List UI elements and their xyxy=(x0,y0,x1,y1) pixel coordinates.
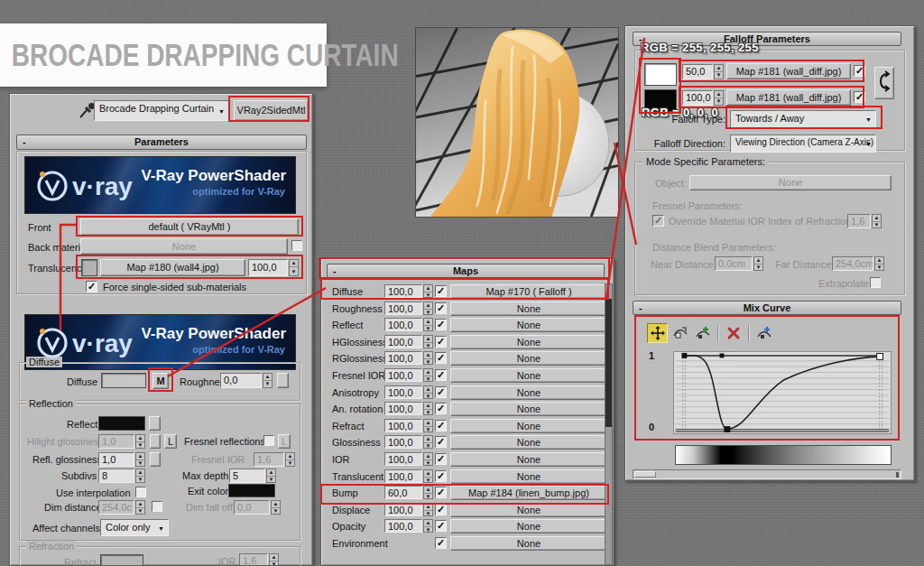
maps-amount-field[interactable]: 60,0 xyxy=(384,486,422,499)
refract-color-swatch[interactable] xyxy=(100,554,143,566)
maps-map-button[interactable]: None xyxy=(450,385,607,400)
curve-point-handle[interactable] xyxy=(720,353,725,357)
affect-channels-dropdown[interactable]: Color only xyxy=(100,519,169,536)
falloff-side-amount-spinner[interactable] xyxy=(714,90,724,106)
extrapolate-checkbox[interactable] xyxy=(870,277,881,288)
maps-amount-field[interactable]: 100,0 xyxy=(384,284,422,298)
maps-map-button[interactable]: Map #184 (linen_bump.jpg) xyxy=(450,486,607,500)
maps-amount-spinner[interactable] xyxy=(423,351,433,365)
maps-amount-field[interactable]: 100,0 xyxy=(384,519,422,533)
roughness-field[interactable]: 0,0 xyxy=(220,373,262,388)
maps-enable-checkbox[interactable] xyxy=(435,336,447,348)
maps-amount-field[interactable]: 100,0 xyxy=(384,351,422,365)
maps-enable-checkbox[interactable] xyxy=(435,453,447,465)
maps-map-button[interactable]: None xyxy=(450,368,607,383)
maps-enable-checkbox[interactable] xyxy=(435,386,447,398)
falloff-front-color-swatch[interactable] xyxy=(644,63,677,86)
maps-enable-checkbox[interactable] xyxy=(435,302,447,314)
maps-map-button[interactable]: Map #170 ( Falloff ) xyxy=(450,284,607,299)
maps-map-button[interactable]: None xyxy=(450,351,607,366)
maps-amount-spinner[interactable] xyxy=(423,302,433,315)
maps-amount-field[interactable]: 100,0 xyxy=(384,368,422,382)
maps-enable-checkbox[interactable] xyxy=(435,470,447,482)
dim-distance-spinner[interactable] xyxy=(135,500,145,515)
falloff-front-map-checkbox[interactable] xyxy=(854,65,865,77)
max-depth-spinner[interactable] xyxy=(266,469,276,483)
maps-map-button[interactable]: None xyxy=(450,536,607,551)
maps-map-button[interactable]: None xyxy=(450,503,607,517)
falloff-direction-dropdown[interactable]: Viewing Direction (Camera Z-Axis) xyxy=(730,135,876,153)
reflect-color-swatch[interactable] xyxy=(98,416,145,431)
maps-amount-spinner[interactable] xyxy=(423,519,433,533)
maps-amount-spinner[interactable] xyxy=(423,486,433,499)
maps-scrollbar-thumb[interactable] xyxy=(605,299,612,427)
maps-amount-spinner[interactable] xyxy=(423,368,433,382)
maps-amount-spinner[interactable] xyxy=(423,452,433,466)
falloff-front-amount-field[interactable]: 50,0 xyxy=(682,64,713,79)
fresnel-ior-field[interactable]: 1,6 xyxy=(254,452,284,467)
curve-point-start[interactable] xyxy=(681,353,687,358)
maps-amount-spinner[interactable] xyxy=(423,284,433,298)
far-distance-spinner[interactable] xyxy=(874,256,884,271)
hscrollbar-thumb[interactable] xyxy=(634,471,656,478)
maps-enable-checkbox[interactable] xyxy=(435,537,447,549)
translucency-amount-spinner[interactable] xyxy=(289,259,299,276)
maps-amount-field[interactable]: 100,0 xyxy=(384,402,422,415)
force-single-sided-checkbox[interactable] xyxy=(86,281,97,292)
maps-amount-spinner[interactable] xyxy=(423,435,433,449)
move-point-button[interactable] xyxy=(647,323,668,343)
maps-enable-checkbox[interactable] xyxy=(435,369,447,381)
maps-amount-spinner[interactable] xyxy=(423,503,433,516)
maps-map-button[interactable]: None xyxy=(450,469,607,484)
refl-glossiness-spinner[interactable] xyxy=(135,452,145,467)
fresnel-reflections-checkbox[interactable] xyxy=(263,435,274,446)
maps-map-button[interactable]: None xyxy=(450,402,607,416)
use-interpolation-checkbox[interactable] xyxy=(135,487,146,497)
index-of-refraction-spinner[interactable] xyxy=(872,214,882,228)
maps-enable-checkbox[interactable] xyxy=(435,285,447,297)
maps-enable-checkbox[interactable] xyxy=(435,420,447,431)
maps-amount-spinner[interactable] xyxy=(423,419,433,432)
index-of-refraction-field[interactable]: 1,6 xyxy=(847,214,871,228)
maps-enable-checkbox[interactable] xyxy=(435,436,447,448)
dim-distance-field[interactable]: 254,0c xyxy=(98,500,134,515)
maps-map-button[interactable]: None xyxy=(450,318,607,332)
maps-amount-field[interactable]: 100,0 xyxy=(384,452,422,466)
refraction-ior-field[interactable]: 1,6 xyxy=(239,553,268,566)
rollout-mix-curve[interactable]: Mix Curve xyxy=(633,301,901,315)
subdivs-field[interactable]: 8 xyxy=(98,469,134,483)
maps-amount-field[interactable]: 100,0 xyxy=(384,469,422,483)
maps-amount-field[interactable]: 100,0 xyxy=(384,503,422,516)
maps-enable-checkbox[interactable] xyxy=(435,487,447,498)
dim-falloff-field[interactable]: 0,0 xyxy=(234,500,270,515)
far-distance-field[interactable]: 254,0cm xyxy=(832,256,873,271)
maps-enable-checkbox[interactable] xyxy=(435,520,447,532)
object-button[interactable]: None xyxy=(689,175,892,190)
fresnel-ior-spinner[interactable] xyxy=(285,452,295,467)
maps-amount-field[interactable]: 100,0 xyxy=(384,318,422,331)
delete-point-button[interactable] xyxy=(723,323,744,343)
falloff-side-amount-field[interactable]: 100,0 xyxy=(682,90,713,106)
maps-map-button[interactable]: None xyxy=(450,419,607,433)
maps-enable-checkbox[interactable] xyxy=(435,403,447,414)
back-material-checkbox[interactable] xyxy=(291,240,302,251)
mix-curve-plot[interactable] xyxy=(673,351,892,434)
maps-amount-spinner[interactable] xyxy=(423,469,433,483)
reflect-map-button[interactable] xyxy=(149,416,161,431)
maps-enable-checkbox[interactable] xyxy=(435,319,447,330)
override-material-ior-checkbox[interactable] xyxy=(652,215,664,227)
maps-amount-spinner[interactable] xyxy=(423,402,433,415)
hilight-glossiness-field[interactable]: 1,0 xyxy=(98,434,134,449)
maps-map-button[interactable]: None xyxy=(450,302,607,316)
falloff-horizontal-scrollbar[interactable] xyxy=(633,469,901,479)
curve-point-end-selected[interactable] xyxy=(877,353,883,359)
dim-distance-checkbox[interactable] xyxy=(152,501,162,512)
maps-amount-spinner[interactable] xyxy=(423,335,433,348)
exit-color-swatch[interactable] xyxy=(228,484,275,497)
rollout-parameters[interactable]: Parameters xyxy=(16,135,307,150)
falloff-front-amount-spinner[interactable] xyxy=(714,64,724,79)
falloff-side-map-checkbox[interactable] xyxy=(854,91,865,103)
refl-glossiness-map-button[interactable] xyxy=(150,452,161,467)
maps-vertical-scrollbar[interactable] xyxy=(605,283,613,565)
maps-map-button[interactable]: None xyxy=(450,452,607,467)
